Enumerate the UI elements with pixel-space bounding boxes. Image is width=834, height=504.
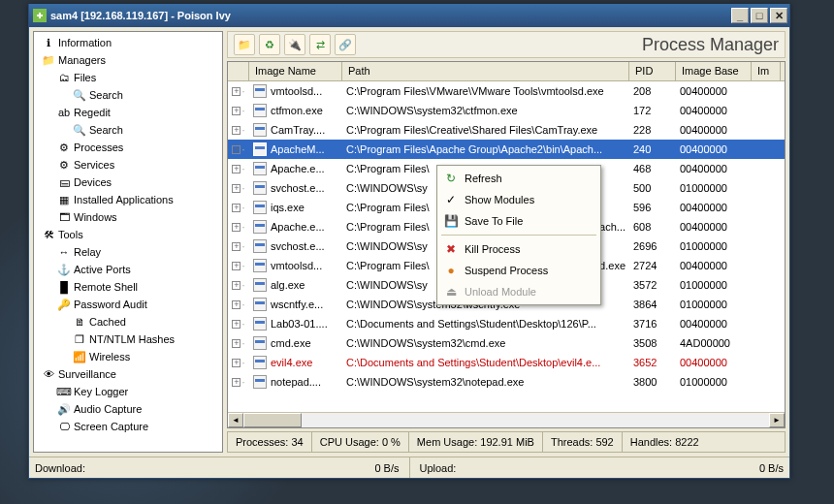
tree-item-search[interactable]: 🔍Search: [34, 121, 222, 139]
cell-image-base: 00400000: [676, 105, 752, 116]
row-expander[interactable]: +·: [228, 202, 249, 213]
row-expander[interactable]: +·: [228, 182, 249, 194]
status-handles: Handles: 8222: [623, 432, 707, 452]
cell-pid: 228: [629, 124, 676, 136]
row-expander[interactable]: +·: [228, 221, 249, 233]
tree-item-label: Information: [58, 37, 112, 48]
cell-path: C:\Documents and Settings\Student\Deskto…: [342, 357, 629, 368]
tree-item-information[interactable]: ℹInformation: [34, 34, 222, 51]
eye-icon: 👁: [42, 367, 55, 381]
scroll-thumb[interactable]: [243, 413, 302, 427]
horizontal-scrollbar[interactable]: ◄ ►: [228, 412, 785, 427]
scroll-right-button[interactable]: ►: [769, 413, 785, 427]
cell-image-base: 01000000: [676, 279, 752, 291]
cell-pid: 608: [629, 221, 676, 233]
tree-item-cached[interactable]: 🗎Cached: [34, 313, 222, 331]
row-expander[interactable]: +·: [228, 318, 249, 330]
column-expander[interactable]: [228, 62, 249, 80]
menu-item-suspend-process[interactable]: ●Suspend Process: [439, 260, 598, 281]
row-expander[interactable]: +·: [228, 240, 249, 252]
cell-path: C:\Program Files\Apache Group\Apache2\bi…: [342, 143, 629, 155]
titlebar[interactable]: sam4 [192.168.119.167] - Poison Ivy _ □ …: [29, 4, 789, 27]
menu-item-refresh[interactable]: ↻Refresh: [439, 168, 598, 189]
process-row[interactable]: +·evil4.exeC:\Documents and Settings\Stu…: [228, 353, 785, 372]
tree-item-managers[interactable]: 📁Managers: [34, 51, 222, 69]
cell-pid: 208: [629, 85, 676, 97]
tree-item-nt-ntlm-hashes[interactable]: ❐NT/NTLM Hashes: [34, 331, 222, 348]
process-row[interactable]: +·notepad....C:\WINDOWS\system32\notepad…: [228, 372, 785, 392]
column-header-im[interactable]: Im: [752, 62, 781, 80]
row-expander[interactable]: +·: [228, 299, 249, 310]
row-expander[interactable]: +·: [228, 143, 249, 155]
close-button[interactable]: ✕: [770, 8, 787, 23]
nav-tree[interactable]: ℹInformation📁Managers🗂Files🔍SearchabRege…: [33, 31, 223, 453]
toolbar-folder-button[interactable]: 📁: [234, 34, 255, 55]
scroll-left-button[interactable]: ◄: [228, 413, 243, 427]
cell-image-name: Apache.e...: [249, 220, 342, 234]
tree-item-relay[interactable]: ↔Relay: [34, 243, 222, 261]
tree-item-processes[interactable]: ⚙Processes: [34, 139, 222, 156]
cell-image-name: vmtoolsd...: [249, 84, 342, 98]
maximize-button[interactable]: □: [751, 8, 768, 23]
process-row[interactable]: +·ApacheM...C:\Program Files\Apache Grou…: [228, 140, 785, 159]
cell-pid: 2696: [629, 240, 676, 252]
cached-icon: 🗎: [73, 315, 86, 329]
row-expander[interactable]: +·: [228, 260, 249, 271]
cell-image-base: 00400000: [676, 85, 752, 97]
cell-image-base: 01000000: [676, 299, 752, 310]
process-row[interactable]: +·cmd.exeC:\WINDOWS\system32\cmd.exe3508…: [228, 333, 785, 353]
row-expander[interactable]: +·: [228, 376, 249, 388]
row-expander[interactable]: +·: [228, 124, 249, 136]
process-row[interactable]: +·ctfmon.exeC:\WINDOWS\system32\ctfmon.e…: [228, 101, 785, 120]
tree-item-tools[interactable]: 🛠Tools: [34, 226, 222, 243]
toolbar-swap-button[interactable]: ⇄: [309, 34, 331, 55]
menu-item-save-to-file[interactable]: 💾Save To File: [439, 210, 598, 232]
tree-item-key-logger[interactable]: ⌨Key Logger: [34, 383, 222, 400]
tree-item-label: Tools: [58, 229, 83, 240]
scroll-track[interactable]: [243, 413, 769, 427]
tree-item-search[interactable]: 🔍Search: [34, 86, 222, 104]
minimize-button[interactable]: _: [731, 8, 749, 23]
row-expander[interactable]: +·: [228, 85, 249, 97]
tree-item-surveillance[interactable]: 👁Surveillance: [34, 365, 222, 383]
cell-pid: 3800: [629, 376, 676, 388]
toolbar-plug-button[interactable]: 🔌: [284, 34, 305, 55]
column-header-image-name[interactable]: Image Name: [249, 62, 342, 80]
tree-item-active-ports[interactable]: ⚓Active Ports: [34, 261, 222, 278]
tree-item-screen-capture[interactable]: 🖵Screen Capture: [34, 418, 222, 435]
windows-icon: 🗔: [57, 210, 71, 224]
audio-icon: 🔊: [57, 402, 71, 416]
tree-item-label: Processes: [74, 142, 123, 153]
row-expander[interactable]: +·: [228, 105, 249, 116]
tree-item-remote-shell[interactable]: ▐▌Remote Shell: [34, 278, 222, 296]
tree-item-files[interactable]: 🗂Files: [34, 69, 222, 86]
toolbar-link-button[interactable]: 🔗: [335, 34, 356, 55]
tree-item-windows[interactable]: 🗔Windows: [34, 208, 222, 226]
tree-item-label: Installed Applications: [74, 194, 174, 205]
row-expander[interactable]: +·: [228, 163, 249, 174]
column-headers[interactable]: Image NamePathPIDImage BaseIm: [228, 62, 785, 81]
process-list: Image NamePathPIDImage BaseIm +·vmtoolsd…: [227, 61, 786, 428]
tree-item-password-audit[interactable]: 🔑Password Audit: [34, 296, 222, 313]
process-row[interactable]: +·CamTray....C:\Program Files\Creative\S…: [228, 120, 785, 140]
toolbar-refresh-button[interactable]: ♻: [259, 34, 280, 55]
cell-image-base: 01000000: [676, 376, 752, 388]
tree-item-regedit[interactable]: abRegedit: [34, 104, 222, 121]
menu-item-show-modules[interactable]: ✓Show Modules: [439, 189, 598, 210]
menu-item-kill-process[interactable]: ✖Kill Process: [439, 238, 598, 260]
row-expander[interactable]: +·: [228, 357, 249, 368]
tree-item-label: Search: [89, 124, 123, 136]
unload-icon: ⏏: [443, 284, 459, 299]
column-header-image-base[interactable]: Image Base: [676, 62, 752, 80]
tree-item-wireless[interactable]: 📶Wireless: [34, 348, 222, 365]
column-header-pid[interactable]: PID: [629, 62, 676, 80]
tree-item-services[interactable]: ⚙Services: [34, 156, 222, 173]
process-row[interactable]: +·vmtoolsd...C:\Program Files\VMware\VMw…: [228, 81, 785, 101]
tree-item-devices[interactable]: 🖴Devices: [34, 173, 222, 191]
column-header-path[interactable]: Path: [342, 62, 629, 80]
tree-item-audio-capture[interactable]: 🔊Audio Capture: [34, 400, 222, 418]
row-expander[interactable]: +·: [228, 337, 249, 349]
row-expander[interactable]: +·: [228, 279, 249, 291]
tree-item-installed-applications[interactable]: ▦Installed Applications: [34, 191, 222, 208]
process-row[interactable]: +·Lab03-01....C:\Documents and Settings\…: [228, 314, 785, 333]
